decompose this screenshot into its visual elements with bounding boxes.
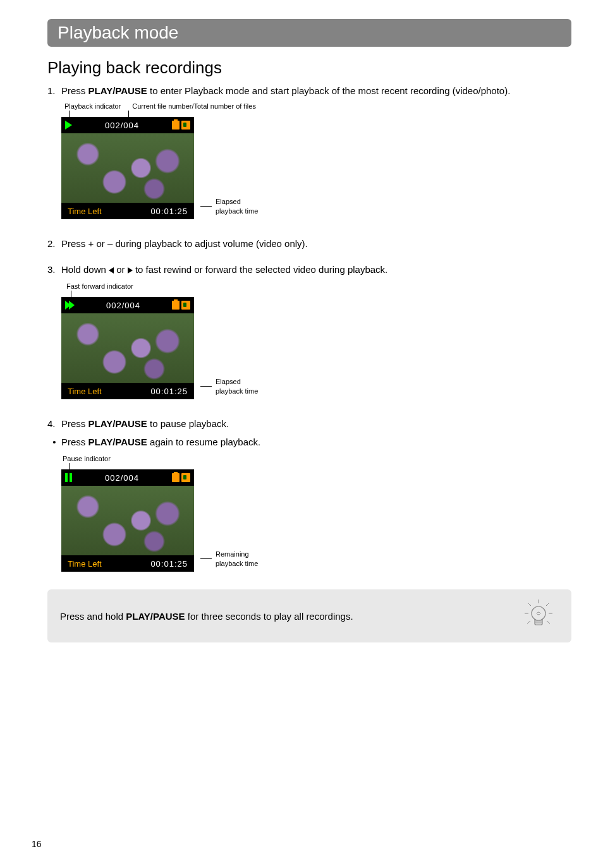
step-1: 1. Press PLAY/PAUSE to enter Playback mo… [47, 84, 571, 97]
text: or [114, 264, 128, 275]
tick-line [71, 291, 71, 297]
elapsed-time: 00:01:25 [150, 387, 188, 396]
text: Press [61, 85, 88, 96]
elapsed-time: 00:01:25 [150, 207, 188, 216]
text: Elapsed [216, 377, 258, 386]
bullet-text: Press PLAY/PAUSE again to resume playbac… [61, 435, 260, 449]
video-thumbnail [61, 313, 194, 383]
text: to pause playback. [147, 418, 229, 429]
page-number: 16 [32, 839, 42, 849]
tick-line [128, 111, 129, 117]
time-left-label: Time Left [68, 559, 102, 569]
label-ff-indicator: Fast forward indicator [66, 282, 133, 290]
text: Elapsed [216, 197, 258, 206]
tip-text: Press and hold PLAY/PAUSE for three seco… [60, 611, 353, 622]
button-name: PLAY/PAUSE [126, 611, 185, 622]
text: Remaining [216, 550, 258, 558]
text: Hold down [61, 264, 109, 275]
connector-line [200, 558, 212, 559]
connector-line [200, 386, 212, 387]
step-text: Hold down or to fast rewind or forward t… [61, 263, 387, 276]
left-arrow-icon [109, 267, 114, 274]
svg-line-2 [546, 603, 549, 606]
text: to fast rewind or forward the selected v… [133, 264, 388, 275]
step-number: 4. [47, 417, 61, 430]
bullet-1: • Press PLAY/PAUSE again to resume playb… [47, 435, 571, 449]
svg-line-5 [527, 621, 530, 624]
page-header: Playback mode [47, 19, 571, 47]
sdcard-icon [181, 473, 190, 482]
video-thumbnail [61, 133, 194, 203]
header-title: Playback mode [58, 23, 561, 43]
step-number: 3. [47, 263, 61, 276]
tip-box: Press and hold PLAY/PAUSE for three seco… [47, 589, 571, 642]
right-arrow-icon [128, 267, 133, 274]
step-2: 2. Press + or – during playback to adjus… [47, 237, 571, 250]
text: Press [61, 418, 88, 429]
label-elapsed-time: Elapsed playback time [200, 377, 258, 399]
button-name: PLAY/PAUSE [88, 85, 147, 96]
label-pause-indicator: Pause indicator [63, 455, 111, 462]
connector-line [200, 206, 212, 207]
battery-icon [172, 121, 180, 130]
step-text: Press PLAY/PAUSE to pause playback. [61, 417, 229, 430]
file-counter: 002/004 [76, 473, 168, 483]
button-name: PLAY/PAUSE [88, 437, 147, 447]
lcd-screen: 002/004 Time Left 00:01:25 [61, 117, 194, 219]
pause-icon [65, 473, 72, 482]
screenshot-pause: Pause indicator 002/004 Time Left 00:01:… [61, 455, 571, 572]
section-title: Playing back recordings [47, 58, 571, 78]
text: for three seconds to play all recordings… [185, 611, 353, 622]
fastforward-icon [65, 301, 75, 310]
sdcard-icon [181, 121, 190, 130]
step-number: 2. [47, 237, 61, 250]
label-playback-indicator: Playback indicator [64, 102, 121, 110]
svg-line-1 [528, 603, 531, 606]
screenshot-playback: Playback indicator Current file number/T… [61, 102, 571, 219]
screenshot-fastforward: Fast forward indicator 002/004 Time Left… [61, 282, 571, 399]
time-left-label: Time Left [68, 387, 102, 396]
lcd-screen: 002/004 Time Left 00:01:25 [61, 297, 194, 399]
svg-point-7 [532, 606, 545, 620]
text: playback time [216, 387, 258, 395]
battery-icon [172, 473, 180, 482]
file-counter: 002/004 [78, 301, 168, 310]
svg-line-6 [547, 621, 550, 624]
label-remaining-time: Remaining playback time [200, 550, 258, 572]
text: Press [61, 437, 88, 447]
label-file-counter: Current file number/Total number of file… [132, 102, 256, 110]
step-number: 1. [47, 84, 61, 97]
button-name: PLAY/PAUSE [88, 418, 147, 429]
step-text: Press PLAY/PAUSE to enter Playback mode … [61, 84, 510, 97]
play-icon [65, 121, 72, 130]
lcd-screen: 002/004 Time Left 00:01:25 [61, 469, 194, 572]
step-4: 4. Press PLAY/PAUSE to pause playback. [47, 417, 571, 430]
time-left-label: Time Left [68, 207, 102, 216]
battery-icon [172, 301, 180, 310]
file-counter: 002/004 [76, 121, 168, 130]
label-elapsed-time: Elapsed playback time [200, 197, 258, 219]
step-text: Press + or – during playback to adjust v… [61, 237, 308, 250]
text: again to resume playback. [147, 437, 260, 447]
tick-line [69, 463, 70, 469]
text: Press and hold [60, 611, 126, 622]
lightbulb-icon [525, 600, 552, 632]
sdcard-icon [181, 301, 190, 310]
text: to enter Playback mode and start playbac… [147, 85, 510, 96]
bullet: • [47, 435, 61, 449]
remaining-time: 00:01:25 [150, 559, 188, 569]
video-thumbnail [61, 486, 194, 555]
step-3: 3. Hold down or to fast rewind or forwar… [47, 263, 571, 276]
text: playback time [216, 559, 258, 568]
text: playback time [216, 207, 258, 215]
